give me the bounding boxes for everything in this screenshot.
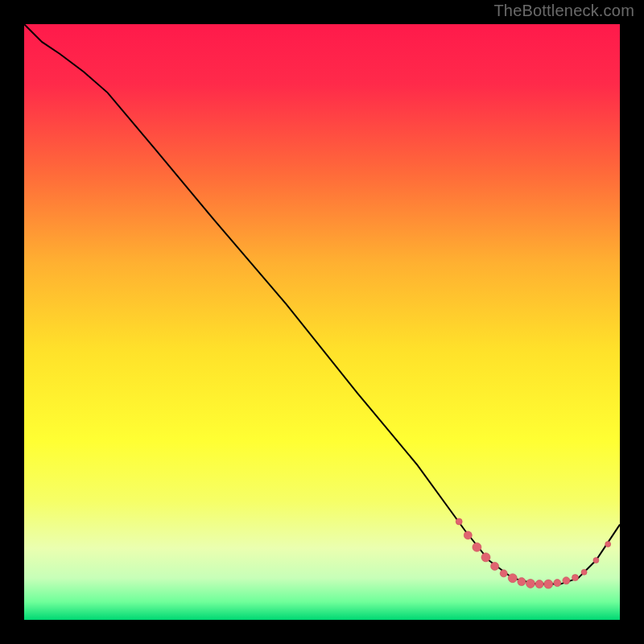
datapoint-marker bbox=[554, 580, 561, 587]
datapoint-marker bbox=[605, 542, 611, 547]
chart-svg bbox=[24, 24, 620, 620]
datapoint-marker bbox=[491, 562, 499, 570]
datapoint-marker bbox=[481, 553, 490, 562]
datapoint-marker bbox=[535, 580, 543, 588]
datapoint-marker bbox=[581, 569, 587, 575]
datapoint-marker bbox=[572, 575, 579, 581]
datapoint-marker bbox=[518, 578, 526, 586]
datapoint-marker bbox=[544, 580, 553, 588]
datapoint-marker bbox=[593, 558, 599, 564]
plot-area bbox=[24, 24, 620, 620]
datapoint-marker bbox=[500, 570, 507, 577]
gradient-background bbox=[24, 24, 620, 620]
datapoint-marker bbox=[508, 574, 517, 583]
datapoint-marker bbox=[473, 543, 481, 551]
attribution-text: TheBottleneck.com bbox=[493, 2, 634, 20]
datapoint-marker bbox=[563, 577, 570, 584]
chart-container: TheBottleneck.com bbox=[0, 0, 644, 644]
datapoint-marker bbox=[456, 518, 462, 525]
datapoint-marker bbox=[464, 531, 472, 539]
datapoint-marker bbox=[526, 579, 535, 588]
